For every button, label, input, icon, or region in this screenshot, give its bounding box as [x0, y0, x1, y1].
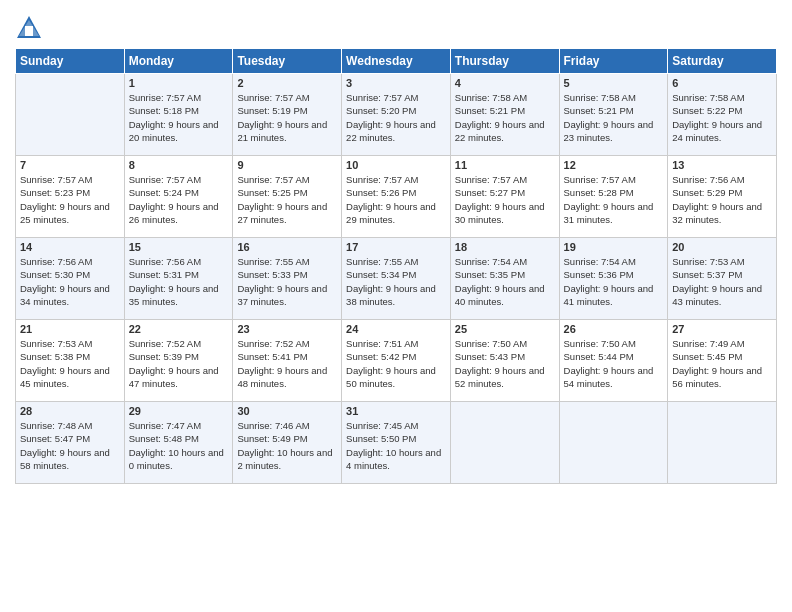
cell-info: Sunrise: 7:57 AMSunset: 5:26 PMDaylight:…	[346, 173, 446, 226]
day-number: 2	[237, 77, 337, 89]
calendar-cell: 3Sunrise: 7:57 AMSunset: 5:20 PMDaylight…	[342, 74, 451, 156]
day-number: 21	[20, 323, 120, 335]
calendar-cell: 7Sunrise: 7:57 AMSunset: 5:23 PMDaylight…	[16, 156, 125, 238]
calendar-week: 1Sunrise: 7:57 AMSunset: 5:18 PMDaylight…	[16, 74, 777, 156]
calendar-cell: 16Sunrise: 7:55 AMSunset: 5:33 PMDayligh…	[233, 238, 342, 320]
calendar-cell: 6Sunrise: 7:58 AMSunset: 5:22 PMDaylight…	[668, 74, 777, 156]
header-day: Sunday	[16, 49, 125, 74]
cell-info: Sunrise: 7:57 AMSunset: 5:24 PMDaylight:…	[129, 173, 229, 226]
cell-info: Sunrise: 7:55 AMSunset: 5:34 PMDaylight:…	[346, 255, 446, 308]
cell-info: Sunrise: 7:52 AMSunset: 5:41 PMDaylight:…	[237, 337, 337, 390]
cell-info: Sunrise: 7:56 AMSunset: 5:31 PMDaylight:…	[129, 255, 229, 308]
day-number: 20	[672, 241, 772, 253]
calendar-header: SundayMondayTuesdayWednesdayThursdayFrid…	[16, 49, 777, 74]
calendar-cell: 9Sunrise: 7:57 AMSunset: 5:25 PMDaylight…	[233, 156, 342, 238]
calendar-body: 1Sunrise: 7:57 AMSunset: 5:18 PMDaylight…	[16, 74, 777, 484]
calendar-cell: 12Sunrise: 7:57 AMSunset: 5:28 PMDayligh…	[559, 156, 668, 238]
cell-info: Sunrise: 7:54 AMSunset: 5:36 PMDaylight:…	[564, 255, 664, 308]
cell-info: Sunrise: 7:56 AMSunset: 5:29 PMDaylight:…	[672, 173, 772, 226]
calendar-cell: 13Sunrise: 7:56 AMSunset: 5:29 PMDayligh…	[668, 156, 777, 238]
calendar-cell: 30Sunrise: 7:46 AMSunset: 5:49 PMDayligh…	[233, 402, 342, 484]
day-number: 22	[129, 323, 229, 335]
cell-info: Sunrise: 7:47 AMSunset: 5:48 PMDaylight:…	[129, 419, 229, 472]
day-number: 28	[20, 405, 120, 417]
header	[15, 10, 777, 42]
calendar-cell: 15Sunrise: 7:56 AMSunset: 5:31 PMDayligh…	[124, 238, 233, 320]
calendar-cell: 26Sunrise: 7:50 AMSunset: 5:44 PMDayligh…	[559, 320, 668, 402]
day-number: 13	[672, 159, 772, 171]
day-number: 16	[237, 241, 337, 253]
day-number: 1	[129, 77, 229, 89]
cell-info: Sunrise: 7:57 AMSunset: 5:19 PMDaylight:…	[237, 91, 337, 144]
calendar-cell: 28Sunrise: 7:48 AMSunset: 5:47 PMDayligh…	[16, 402, 125, 484]
svg-rect-2	[25, 26, 33, 36]
day-number: 15	[129, 241, 229, 253]
calendar-cell: 2Sunrise: 7:57 AMSunset: 5:19 PMDaylight…	[233, 74, 342, 156]
cell-info: Sunrise: 7:58 AMSunset: 5:21 PMDaylight:…	[564, 91, 664, 144]
header-day: Saturday	[668, 49, 777, 74]
header-day: Thursday	[450, 49, 559, 74]
cell-info: Sunrise: 7:57 AMSunset: 5:25 PMDaylight:…	[237, 173, 337, 226]
cell-info: Sunrise: 7:58 AMSunset: 5:22 PMDaylight:…	[672, 91, 772, 144]
calendar-cell: 8Sunrise: 7:57 AMSunset: 5:24 PMDaylight…	[124, 156, 233, 238]
day-number: 27	[672, 323, 772, 335]
calendar-cell: 18Sunrise: 7:54 AMSunset: 5:35 PMDayligh…	[450, 238, 559, 320]
day-number: 14	[20, 241, 120, 253]
day-number: 23	[237, 323, 337, 335]
calendar-cell: 5Sunrise: 7:58 AMSunset: 5:21 PMDaylight…	[559, 74, 668, 156]
cell-info: Sunrise: 7:53 AMSunset: 5:38 PMDaylight:…	[20, 337, 120, 390]
day-number: 26	[564, 323, 664, 335]
cell-info: Sunrise: 7:57 AMSunset: 5:18 PMDaylight:…	[129, 91, 229, 144]
header-row: SundayMondayTuesdayWednesdayThursdayFrid…	[16, 49, 777, 74]
day-number: 9	[237, 159, 337, 171]
header-day: Friday	[559, 49, 668, 74]
day-number: 8	[129, 159, 229, 171]
calendar-cell: 24Sunrise: 7:51 AMSunset: 5:42 PMDayligh…	[342, 320, 451, 402]
day-number: 19	[564, 241, 664, 253]
calendar-week: 21Sunrise: 7:53 AMSunset: 5:38 PMDayligh…	[16, 320, 777, 402]
day-number: 10	[346, 159, 446, 171]
cell-info: Sunrise: 7:48 AMSunset: 5:47 PMDaylight:…	[20, 419, 120, 472]
cell-info: Sunrise: 7:46 AMSunset: 5:49 PMDaylight:…	[237, 419, 337, 472]
calendar-cell: 31Sunrise: 7:45 AMSunset: 5:50 PMDayligh…	[342, 402, 451, 484]
calendar-cell: 25Sunrise: 7:50 AMSunset: 5:43 PMDayligh…	[450, 320, 559, 402]
day-number: 18	[455, 241, 555, 253]
calendar-week: 14Sunrise: 7:56 AMSunset: 5:30 PMDayligh…	[16, 238, 777, 320]
logo-icon	[15, 14, 43, 42]
cell-info: Sunrise: 7:50 AMSunset: 5:44 PMDaylight:…	[564, 337, 664, 390]
calendar-week: 7Sunrise: 7:57 AMSunset: 5:23 PMDaylight…	[16, 156, 777, 238]
day-number: 31	[346, 405, 446, 417]
calendar-cell: 4Sunrise: 7:58 AMSunset: 5:21 PMDaylight…	[450, 74, 559, 156]
cell-info: Sunrise: 7:57 AMSunset: 5:20 PMDaylight:…	[346, 91, 446, 144]
day-number: 25	[455, 323, 555, 335]
calendar-cell: 1Sunrise: 7:57 AMSunset: 5:18 PMDaylight…	[124, 74, 233, 156]
calendar-cell	[559, 402, 668, 484]
day-number: 17	[346, 241, 446, 253]
calendar-cell: 21Sunrise: 7:53 AMSunset: 5:38 PMDayligh…	[16, 320, 125, 402]
cell-info: Sunrise: 7:56 AMSunset: 5:30 PMDaylight:…	[20, 255, 120, 308]
day-number: 3	[346, 77, 446, 89]
cell-info: Sunrise: 7:51 AMSunset: 5:42 PMDaylight:…	[346, 337, 446, 390]
day-number: 11	[455, 159, 555, 171]
calendar-cell: 23Sunrise: 7:52 AMSunset: 5:41 PMDayligh…	[233, 320, 342, 402]
header-day: Tuesday	[233, 49, 342, 74]
cell-info: Sunrise: 7:54 AMSunset: 5:35 PMDaylight:…	[455, 255, 555, 308]
day-number: 7	[20, 159, 120, 171]
cell-info: Sunrise: 7:50 AMSunset: 5:43 PMDaylight:…	[455, 337, 555, 390]
cell-info: Sunrise: 7:57 AMSunset: 5:27 PMDaylight:…	[455, 173, 555, 226]
cell-info: Sunrise: 7:57 AMSunset: 5:23 PMDaylight:…	[20, 173, 120, 226]
logo	[15, 14, 47, 42]
cell-info: Sunrise: 7:52 AMSunset: 5:39 PMDaylight:…	[129, 337, 229, 390]
cell-info: Sunrise: 7:55 AMSunset: 5:33 PMDaylight:…	[237, 255, 337, 308]
day-number: 12	[564, 159, 664, 171]
calendar-cell: 14Sunrise: 7:56 AMSunset: 5:30 PMDayligh…	[16, 238, 125, 320]
header-day: Wednesday	[342, 49, 451, 74]
calendar-cell	[668, 402, 777, 484]
day-number: 24	[346, 323, 446, 335]
header-day: Monday	[124, 49, 233, 74]
calendar-cell: 10Sunrise: 7:57 AMSunset: 5:26 PMDayligh…	[342, 156, 451, 238]
cell-info: Sunrise: 7:57 AMSunset: 5:28 PMDaylight:…	[564, 173, 664, 226]
main-container: SundayMondayTuesdayWednesdayThursdayFrid…	[0, 0, 792, 494]
calendar-cell: 29Sunrise: 7:47 AMSunset: 5:48 PMDayligh…	[124, 402, 233, 484]
day-number: 29	[129, 405, 229, 417]
